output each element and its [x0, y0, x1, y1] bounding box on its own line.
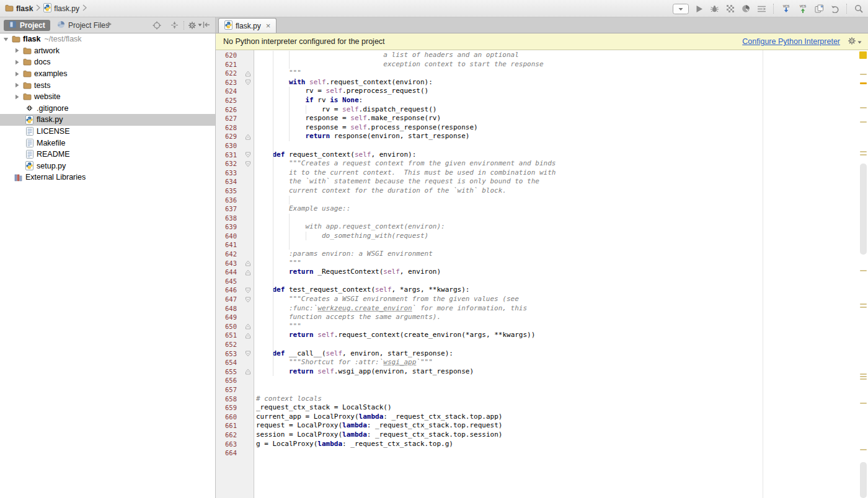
stripe-warning-mark[interactable] [860, 74, 867, 75]
editor-tab-flask-py[interactable]: flask.py × [218, 18, 277, 33]
tree-item-external-libraries[interactable]: External Libraries [0, 172, 215, 183]
stripe-warning-mark[interactable] [860, 270, 867, 271]
code-line-630[interactable]: 630 [216, 141, 858, 151]
code-line-651[interactable]: 651 return self.request_context(create_e… [216, 331, 858, 340]
tree-item-flask-py[interactable]: flask.py [0, 114, 215, 126]
undo-icon[interactable] [831, 5, 839, 13]
stripe-status-square[interactable] [859, 51, 867, 59]
code-line-646[interactable]: 646 def test_request_context(self, *args… [216, 286, 858, 295]
coverage-icon[interactable] [726, 4, 735, 13]
expand-node-icon[interactable] [107, 21, 112, 27]
tree-item-setup-py[interactable]: setup.py [0, 160, 215, 172]
fold-marker-icon[interactable] [237, 268, 254, 277]
tab-project-files[interactable]: Project Files [57, 20, 109, 31]
fold-marker-icon[interactable] [237, 331, 254, 340]
code-line-626[interactable]: 626 rv = self.dispatch_request() [216, 105, 858, 115]
fold-marker-icon[interactable] [237, 295, 254, 304]
code-line-660[interactable]: 660current_app = LocalProxy(lambda: _req… [216, 413, 858, 422]
stripe-warning-mark[interactable] [860, 82, 867, 84]
tree-item-makefile[interactable]: Makefile [0, 137, 215, 149]
tree-collapsed-arrow-icon[interactable] [14, 82, 20, 88]
stripe-warning-mark[interactable] [860, 154, 867, 155]
code-line-631[interactable]: 631 def request_context(self, environ): [216, 151, 858, 160]
code-line-652[interactable]: 652 [216, 340, 858, 349]
code-line-623[interactable]: 623 with self.request_context(environ): [216, 78, 858, 87]
locate-icon[interactable] [153, 21, 161, 30]
tab-project[interactable]: Project [4, 20, 50, 31]
code-line-659[interactable]: 659_request_ctx_stack = LocalStack() [216, 403, 858, 413]
tree-expanded-arrow-icon[interactable] [2, 37, 9, 42]
code-line-629[interactable]: 629 return response(environ, start_respo… [216, 132, 858, 141]
fold-marker-icon[interactable] [237, 367, 254, 377]
code-line-654[interactable]: 654 """Shortcut for :attr:`wsgi_app`""" [216, 358, 858, 367]
code-line-622[interactable]: 622 """ [216, 69, 858, 78]
code-line-644[interactable]: 644 return _RequestContext(self, environ… [216, 268, 858, 277]
tree-item-readme[interactable]: README [0, 149, 215, 160]
code-line-650[interactable]: 650 """ [216, 322, 858, 331]
tree-collapsed-arrow-icon[interactable] [14, 71, 20, 77]
code-line-635[interactable]: 635 current context for the duration of … [216, 186, 858, 196]
tree-item-flask[interactable]: flask~/test/flask [0, 33, 215, 45]
code-line-641[interactable]: 641 [216, 240, 858, 250]
banner-settings-button[interactable] [848, 37, 862, 47]
stripe-warning-mark[interactable] [860, 449, 867, 450]
stripe-warning-mark[interactable] [860, 376, 867, 377]
code-line-621[interactable]: 621 exception context to start the respo… [216, 60, 858, 69]
code-line-649[interactable]: 649 function accepts the same arguments)… [216, 313, 858, 322]
code-line-663[interactable]: 663g = LocalProxy(lambda: _request_ctx_s… [216, 440, 858, 449]
scrollbar-thumb[interactable] [860, 462, 867, 498]
code-line-647[interactable]: 647 """Creates a WSGI environment from t… [216, 295, 858, 304]
code-line-656[interactable]: 656 [216, 376, 858, 385]
code-line-640[interactable]: 640 do_something_with(request) [216, 232, 858, 241]
scrollbar-thumb[interactable] [860, 164, 867, 255]
code-line-661[interactable]: 661request = LocalProxy(lambda: _request… [216, 421, 858, 430]
coverage-data-icon[interactable] [757, 5, 766, 13]
tree-item-examples[interactable]: examples [0, 68, 215, 80]
configure-interpreter-link[interactable]: Configure Python Interpreter [742, 37, 840, 46]
stripe-warning-mark[interactable] [860, 121, 867, 123]
profiler-icon[interactable] [742, 4, 750, 13]
code-line-625[interactable]: 625 if rv is None: [216, 96, 858, 105]
tree-item--gitignore[interactable]: .gitignore [0, 103, 215, 115]
code-line-645[interactable]: 645 [216, 277, 858, 286]
code-line-636[interactable]: 636 [216, 196, 858, 205]
code-line-664[interactable]: 664 [216, 448, 858, 458]
stripe-warning-mark[interactable] [860, 307, 867, 308]
breadcrumb-item-flask[interactable]: flask [5, 4, 33, 14]
tree-collapsed-arrow-icon[interactable] [14, 94, 20, 100]
diff-icon[interactable] [815, 4, 824, 13]
code-line-643[interactable]: 643 """ [216, 259, 858, 268]
code-line-637[interactable]: 637 Example usage:: [216, 204, 858, 214]
stripe-warning-mark[interactable] [860, 151, 867, 152]
vcs-commit-icon[interactable]: VCS [798, 4, 808, 14]
stripe-warning-mark[interactable] [860, 304, 867, 305]
code-line-642[interactable]: 642 :params environ: a WSGI environment [216, 250, 858, 259]
tree-collapsed-arrow-icon[interactable] [14, 48, 20, 53]
tree-item-website[interactable]: website [0, 91, 215, 103]
code-editor[interactable]: No Python interpreter configured for the… [216, 33, 868, 498]
tree-item-license[interactable]: LICENSE [0, 126, 215, 138]
code-line-655[interactable]: 655 return self.wsgi_app(environ, start_… [216, 367, 858, 377]
fold-marker-icon[interactable] [237, 349, 254, 359]
settings-gear-icon[interactable] [188, 21, 197, 30]
fold-marker-icon[interactable] [237, 132, 254, 141]
search-icon[interactable] [854, 4, 863, 13]
debug-icon[interactable] [710, 5, 719, 13]
hide-panel-icon[interactable] [203, 21, 210, 28]
stripe-warning-mark[interactable] [860, 374, 867, 375]
code-line-638[interactable]: 638 [216, 214, 858, 223]
vcs-update-icon[interactable]: VCS [781, 4, 791, 14]
fold-marker-icon[interactable] [237, 259, 254, 268]
code-lines[interactable]: 620 a list of headers and an optional621… [216, 51, 858, 458]
stripe-warning-mark[interactable] [860, 107, 867, 108]
run-icon[interactable] [696, 5, 703, 13]
code-line-648[interactable]: 648 :func:`werkzeug.create_environ` for … [216, 304, 858, 313]
code-line-634[interactable]: 634 the `with` statement because the req… [216, 177, 858, 186]
code-line-662[interactable]: 662session = LocalProxy(lambda: _request… [216, 430, 858, 440]
code-line-628[interactable]: 628 response = self.process_response(res… [216, 123, 858, 133]
fold-marker-icon[interactable] [237, 286, 254, 295]
fold-marker-icon[interactable] [237, 78, 254, 87]
collapse-all-icon[interactable] [170, 21, 179, 29]
fold-marker-icon[interactable] [237, 69, 254, 78]
tree-item-tests[interactable]: tests [0, 79, 215, 91]
